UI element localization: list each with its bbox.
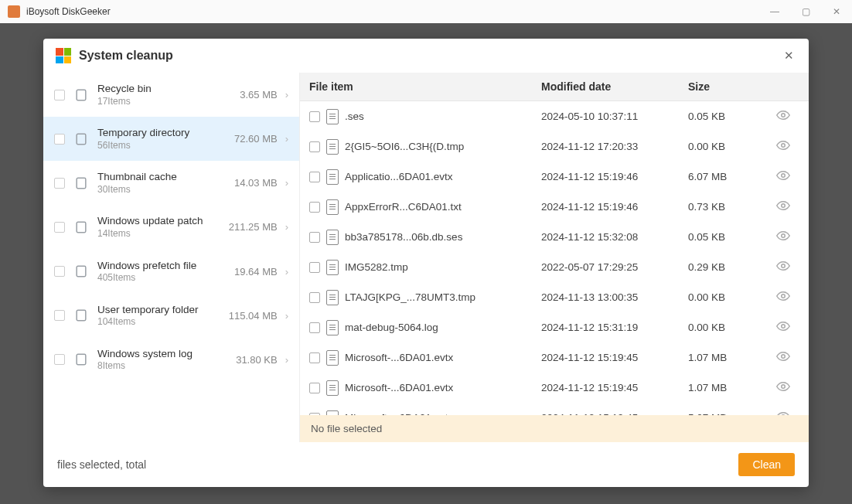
file-checkbox[interactable] (309, 292, 320, 303)
svg-point-10 (782, 204, 786, 208)
svg-point-14 (782, 325, 786, 329)
chevron-right-icon: › (285, 177, 288, 189)
close-dialog-button[interactable]: ✕ (781, 48, 796, 63)
window-title: iBoysoft DiskGeeker (26, 6, 111, 17)
category-sidebar: Recycle bin17Items3.65 MB›Temporary dire… (43, 73, 300, 442)
file-modified-date: 2024-11-12 15:19:45 (541, 352, 688, 363)
file-size: 0.00 KB (688, 141, 776, 152)
preview-icon[interactable] (776, 380, 799, 396)
preview-icon[interactable] (776, 319, 799, 335)
category-item-count: 30Items (97, 184, 234, 196)
category-item-count: 104Items (97, 316, 229, 329)
category-size: 72.60 MB (234, 133, 278, 145)
file-checkbox[interactable] (309, 172, 320, 182)
category-name: Thumbnail cache (97, 170, 234, 184)
sidebar-item-recycle-bin[interactable]: Recycle bin17Items3.65 MB› (43, 73, 299, 117)
preview-icon[interactable] (776, 410, 799, 415)
category-name: Windows prefetch file (97, 259, 234, 273)
table-row[interactable]: IMG5282.tmp2022-05-07 17:29:250.29 KB (300, 252, 809, 282)
file-modified-date: 2024-11-13 13:00:35 (541, 291, 688, 303)
table-row[interactable]: Applicatio...6DA01.evtx2024-11-12 15:19:… (300, 162, 809, 192)
table-row[interactable]: bb3a785178...06b.db.ses2024-11-12 15:32:… (300, 222, 809, 252)
minimize-button[interactable]: — (759, 0, 790, 23)
category-checkbox[interactable] (54, 310, 65, 321)
file-icon (326, 139, 339, 155)
file-modified-date: 2024-05-10 10:37:11 (541, 111, 688, 122)
file-modified-date: 2024-11-12 15:31:19 (541, 322, 688, 333)
column-modified-date[interactable]: Modified date (541, 80, 688, 93)
category-icon (73, 219, 90, 236)
maximize-button[interactable]: ▢ (790, 0, 821, 23)
file-name: mat-debug-5064.log (345, 322, 438, 333)
category-checkbox[interactable] (54, 90, 65, 100)
file-icon (326, 109, 339, 124)
file-name: Applicatio...6DA01.evtx (345, 171, 453, 182)
windows-logo-icon (56, 48, 71, 63)
file-checkbox[interactable] (309, 262, 320, 273)
file-modified-date: 2024-11-12 15:19:46 (541, 201, 688, 213)
svg-point-13 (782, 295, 786, 298)
file-checkbox[interactable] (309, 322, 320, 333)
table-row[interactable]: AppxErrorR...C6DA01.txt2024-11-12 15:19:… (300, 192, 809, 222)
preview-icon[interactable] (776, 108, 799, 124)
preview-icon[interactable] (776, 259, 799, 275)
preview-icon[interactable] (776, 199, 799, 215)
file-checkbox[interactable] (309, 232, 320, 243)
svg-point-15 (782, 355, 786, 359)
category-checkbox[interactable] (54, 266, 65, 277)
category-size: 19.64 MB (234, 266, 278, 278)
file-checkbox[interactable] (309, 111, 320, 122)
preview-icon[interactable] (776, 289, 799, 305)
table-row[interactable]: mat-debug-5064.log2024-11-12 15:31:190.0… (300, 312, 809, 342)
category-size: 3.65 MB (240, 89, 277, 100)
file-size: 0.00 KB (688, 322, 776, 333)
file-icon (326, 230, 339, 245)
column-size[interactable]: Size (688, 80, 776, 93)
table-row[interactable]: 2{GI5~5OI6...C3H{(D.tmp2024-11-12 17:20:… (300, 131, 809, 162)
category-item-count: 14Items (97, 228, 229, 240)
svg-point-8 (782, 144, 786, 148)
preview-icon[interactable] (776, 169, 799, 185)
file-size: 0.73 KB (688, 201, 776, 213)
table-row[interactable]: Microsoft-...6DA01.evtx2024-11-12 15:19:… (300, 373, 809, 403)
category-item-count: 56Items (97, 140, 234, 152)
preview-icon[interactable] (776, 349, 799, 366)
table-row[interactable]: .ses2024-05-10 10:37:110.05 KB (300, 101, 809, 131)
chevron-right-icon: › (285, 221, 288, 233)
file-name: Microsoft-...6DA01.evtx (345, 352, 453, 363)
file-size: 1.07 MB (688, 382, 776, 393)
category-checkbox[interactable] (54, 222, 65, 233)
category-item-count: 8Items (97, 360, 236, 373)
column-file-item[interactable]: File item (309, 80, 541, 93)
file-icon (326, 260, 339, 275)
category-item-count: 405Items (97, 272, 234, 284)
preview-icon[interactable] (776, 138, 799, 155)
category-icon (73, 87, 90, 104)
table-row[interactable]: LTAJG[KPG_...78UMT3.tmp2024-11-13 13:00:… (300, 282, 809, 312)
category-checkbox[interactable] (54, 134, 65, 145)
file-checkbox[interactable] (309, 141, 320, 152)
category-checkbox[interactable] (54, 178, 65, 189)
clean-button[interactable]: Clean (738, 453, 795, 476)
close-window-button[interactable]: ✕ (821, 0, 852, 23)
sidebar-item-windows-prefetch-file[interactable]: Windows prefetch file405Items19.64 MB› (43, 250, 299, 294)
sidebar-item-windows-update-patch[interactable]: Windows update patch14Items211.25 MB› (43, 205, 299, 249)
file-checkbox[interactable] (309, 383, 320, 393)
sidebar-item-windows-system-log[interactable]: Windows system log8Items31.80 KB› (43, 338, 299, 382)
file-size: 0.05 KB (688, 111, 776, 122)
file-table-header: File item Modified date Size (300, 73, 809, 101)
table-row[interactable]: Microsoft-...6DA01.evtx2024-11-12 15:19:… (300, 342, 809, 373)
file-size: 1.07 MB (688, 352, 776, 363)
sidebar-item-temporary-directory[interactable]: Temporary directory56Items72.60 MB› (43, 117, 299, 161)
category-name: Temporary directory (97, 126, 234, 140)
file-checkbox[interactable] (309, 202, 320, 213)
preview-icon[interactable] (776, 229, 799, 245)
chevron-right-icon: › (285, 133, 288, 145)
system-cleanup-dialog: System cleanup ✕ Recycle bin17Items3.65 … (43, 39, 809, 487)
category-checkbox[interactable] (54, 354, 65, 365)
sidebar-item-user-temporary-folder[interactable]: User temporary folder104Items115.04 MB› (43, 294, 299, 338)
sidebar-item-thumbnail-cache[interactable]: Thumbnail cache30Items14.03 MB› (43, 161, 299, 205)
svg-rect-4 (77, 266, 86, 276)
file-checkbox[interactable] (309, 352, 320, 363)
table-row[interactable]: Microsoft-...6DA01.evtx2024-11-12 15:19:… (300, 403, 809, 415)
